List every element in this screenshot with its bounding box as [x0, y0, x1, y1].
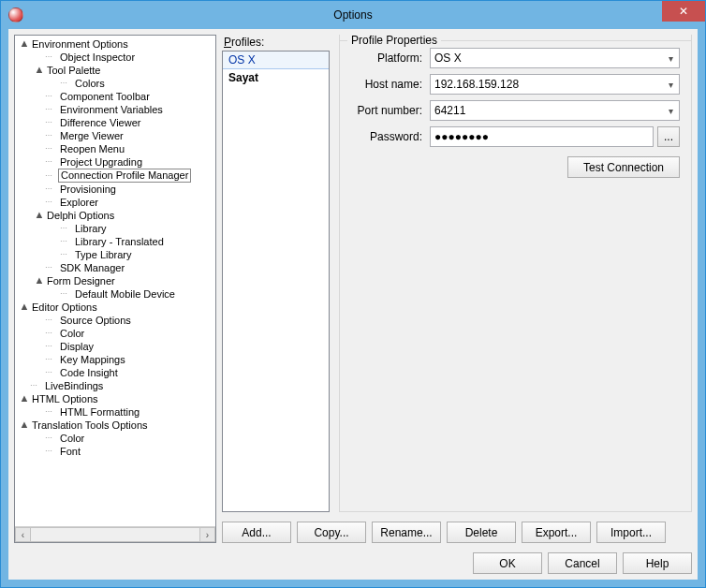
tree-horizontal-scrollbar[interactable]: ‹ › [15, 526, 215, 542]
tree-item[interactable]: ▸⋯Color [17, 432, 215, 445]
test-connection-button[interactable]: Test Connection [567, 156, 680, 178]
port-value: 64211 [434, 104, 465, 117]
port-combo[interactable]: 64211 ▾ [430, 100, 680, 121]
profile-properties-group: Profile Properties Platform: OS X ▾ [339, 35, 692, 512]
tree-item[interactable]: ▸⋯Default Mobile Device [17, 287, 215, 301]
right-column: Profiles: OS XSayat Profile Properties P… [222, 35, 692, 543]
scroll-track[interactable] [31, 527, 199, 542]
tree-item-label: Merge Viewer [58, 129, 125, 142]
tree-item[interactable]: ▲Editor Options [17, 301, 215, 314]
tree-item[interactable]: ▸⋯Reopen Menu [17, 142, 215, 155]
tree-item[interactable]: ▲Form Designer [17, 274, 215, 287]
tree-item[interactable]: ▲Environment Options [17, 37, 215, 51]
tree-item[interactable]: ▸⋯LiveBindings [17, 379, 215, 392]
tree-item[interactable]: ▸⋯SDK Manager [17, 261, 215, 274]
tree-item-label: Display [58, 340, 96, 353]
test-connection-row: Test Connection [351, 156, 680, 178]
tree-item[interactable]: ▲Translation Tools Options [17, 419, 215, 432]
collapse-icon[interactable]: ▲ [34, 63, 45, 76]
tree-item-label: Default Mobile Device [73, 287, 177, 301]
tree-item[interactable]: ▸⋯Display [17, 340, 215, 353]
tree-item[interactable]: ▸⋯Provisioning [17, 183, 215, 196]
tree-item[interactable]: ▲Delphi Options [17, 209, 215, 222]
collapse-icon[interactable]: ▲ [19, 418, 30, 431]
platform-value: OS X [434, 51, 462, 65]
host-combo[interactable]: 192.168.159.128 ▾ [430, 74, 680, 95]
profile-item[interactable]: OS X [223, 51, 329, 69]
tree-item[interactable]: ▸⋯Color [17, 327, 215, 340]
options-tree: ▲Environment Options▸⋯Object Inspector▲T… [15, 36, 215, 460]
close-icon: ✕ [679, 5, 688, 18]
tree-item[interactable]: ▸⋯Code Insight [17, 366, 215, 379]
options-tree-scroll[interactable]: ▲Environment Options▸⋯Object Inspector▲T… [15, 36, 215, 526]
export-button[interactable]: Export... [522, 522, 591, 543]
chevron-down-icon: ▾ [664, 53, 677, 64]
tree-connector-icon: ⋯ [45, 53, 58, 61]
collapse-icon[interactable]: ▲ [34, 273, 45, 287]
tree-connector-icon: ⋯ [60, 80, 73, 87]
collapse-icon[interactable]: ▲ [19, 37, 30, 50]
tree-item-label: Font [58, 445, 82, 458]
tree-connector-icon: ⋯ [45, 172, 58, 180]
tree-item[interactable]: ▸⋯Source Options [17, 314, 215, 327]
tree-item[interactable]: ▸⋯Connection Profile Manager [17, 169, 215, 183]
profile-item[interactable]: Sayat [223, 69, 329, 87]
main-row: ▲Environment Options▸⋯Object Inspector▲T… [14, 35, 692, 543]
tree-item-label: Type Library [73, 248, 134, 261]
tree-item[interactable]: ▲HTML Options [17, 392, 215, 405]
collapse-icon[interactable]: ▲ [19, 300, 30, 313]
tree-item-label: Colors [73, 77, 107, 90]
tree-connector-icon: ⋯ [45, 330, 58, 337]
scroll-right-button[interactable]: › [199, 527, 215, 542]
tree-connector-icon: ⋯ [45, 185, 58, 193]
close-button[interactable]: ✕ [662, 1, 705, 22]
import-button[interactable]: Import... [596, 522, 666, 543]
platform-combo[interactable]: OS X ▾ [430, 48, 680, 68]
tree-item-label: HTML Formatting [58, 405, 141, 419]
tree-item[interactable]: ▸⋯Environment Variables [17, 103, 215, 116]
tree-item[interactable]: ▸⋯Explorer [17, 196, 215, 209]
tree-item-label: Source Options [58, 314, 133, 327]
scroll-left-button[interactable]: ‹ [15, 527, 31, 542]
tree-item-label: Color [58, 327, 86, 340]
tree-item-label: Library [73, 222, 109, 235]
tree-item[interactable]: ▲Tool Palette [17, 64, 215, 77]
tree-item[interactable]: ▸⋯Difference Viewer [17, 116, 215, 129]
ok-button[interactable]: OK [473, 552, 542, 574]
tree-item[interactable]: ▸⋯Type Library [17, 248, 215, 261]
tree-connector-icon: ⋯ [45, 158, 58, 166]
tree-connector-icon: ⋯ [45, 132, 58, 140]
delete-button[interactable]: Delete [447, 522, 516, 543]
add-button[interactable]: Add... [222, 522, 291, 543]
cancel-button[interactable]: Cancel [548, 552, 617, 574]
rename-button[interactable]: Rename... [372, 522, 441, 543]
tree-item-label: Form Designer [45, 274, 117, 287]
copy-button[interactable]: Copy... [297, 522, 366, 543]
tree-item-label: LiveBindings [43, 379, 105, 392]
tree-connector-icon: ⋯ [45, 198, 58, 206]
tree-item[interactable]: ▸⋯Key Mappings [17, 353, 215, 366]
tree-item[interactable]: ▸⋯Font [17, 445, 215, 458]
profiles-label: Profiles: [222, 35, 330, 51]
tree-item[interactable]: ▸⋯Component Toolbar [17, 90, 215, 103]
tree-connector-icon: ⋯ [45, 119, 58, 126]
tree-item-label: Environment Options [30, 37, 130, 51]
password-reveal-button[interactable]: ... [657, 126, 680, 147]
tree-item[interactable]: ▸⋯Library - Translated [17, 235, 215, 248]
tree-item[interactable]: ▸⋯Project Upgrading [17, 155, 215, 169]
tree-item[interactable]: ▸⋯Merge Viewer [17, 129, 215, 142]
tree-item[interactable]: ▸⋯HTML Formatting [17, 405, 215, 419]
profile-properties-legend: Profile Properties [347, 34, 441, 47]
tree-item[interactable]: ▸⋯Library [17, 222, 215, 235]
tree-item-label: Color [58, 432, 86, 445]
platform-row: Platform: OS X ▾ [351, 48, 680, 68]
tree-item[interactable]: ▸⋯Object Inspector [17, 51, 215, 64]
collapse-icon[interactable]: ▲ [19, 391, 30, 404]
collapse-icon[interactable]: ▲ [34, 208, 45, 221]
help-button[interactable]: Help [623, 552, 692, 574]
profiles-list[interactable]: OS XSayat [222, 51, 330, 512]
tree-item-label: Difference Viewer [58, 116, 142, 129]
password-input[interactable]: ●●●●●●●● [430, 126, 654, 147]
host-value: 192.168.159.128 [434, 78, 519, 91]
tree-item[interactable]: ▸⋯Colors [17, 77, 215, 90]
